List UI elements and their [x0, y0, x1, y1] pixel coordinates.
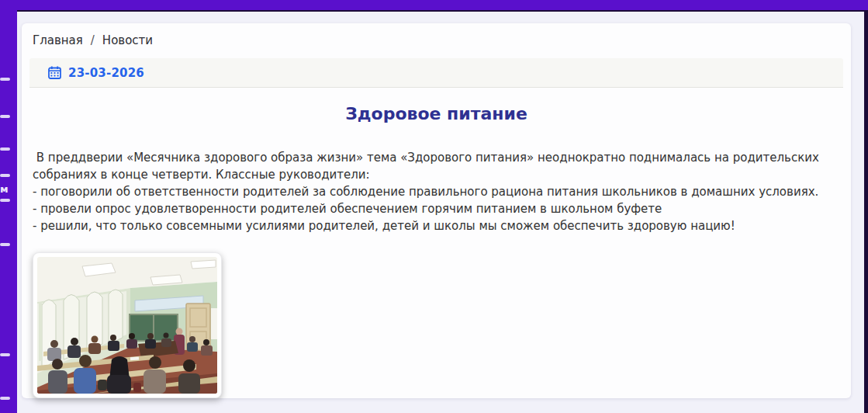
sidebar-bullet-mark — [0, 115, 10, 118]
news-body-line: - решили, что только совсемными усилиями… — [33, 217, 840, 234]
news-date: 23-03-2026 — [68, 66, 144, 80]
breadcrumb: Главная/Новости — [22, 23, 851, 55]
breadcrumb-separator: / — [91, 33, 95, 47]
news-body-line: - поговорили об ответственности родителе… — [33, 183, 840, 200]
sidebar-bullet-mark — [0, 174, 10, 177]
sidebar-bullet-mark — [0, 397, 10, 400]
news-article-card: Главная/Новости 23-03-2026 Здоровое пита… — [22, 23, 851, 398]
news-title: Здоровое питание — [22, 104, 851, 123]
sidebar-bullet-mark — [0, 199, 10, 202]
classroom-photo-illustration — [37, 257, 217, 394]
sidebar-bullet-mark — [0, 78, 10, 81]
left-sidebar-edge: м — [0, 0, 17, 413]
news-body-line: - провели опрос удовлетворенности родите… — [33, 200, 840, 217]
news-body: В преддверии «Месячника здорового образа… — [33, 149, 840, 234]
calendar-icon — [48, 66, 61, 79]
breadcrumb-home-link[interactable]: Главная — [33, 33, 83, 47]
right-frame-border — [864, 0, 868, 413]
news-photo[interactable] — [33, 252, 222, 398]
breadcrumb-news-link[interactable]: Новости — [102, 33, 153, 47]
news-body-line: собраниях в конце четверти. Классные рук… — [33, 166, 840, 183]
top-purple-bar — [0, 0, 868, 12]
sidebar-bullet-mark — [0, 243, 10, 246]
news-date-bar: 23-03-2026 — [29, 58, 843, 88]
news-body-line: В преддверии «Месячника здорового образа… — [33, 149, 840, 166]
sidebar-partial-text: м — [0, 184, 9, 194]
sidebar-bullet-mark — [0, 353, 10, 356]
sidebar-bullet-mark — [0, 148, 10, 151]
